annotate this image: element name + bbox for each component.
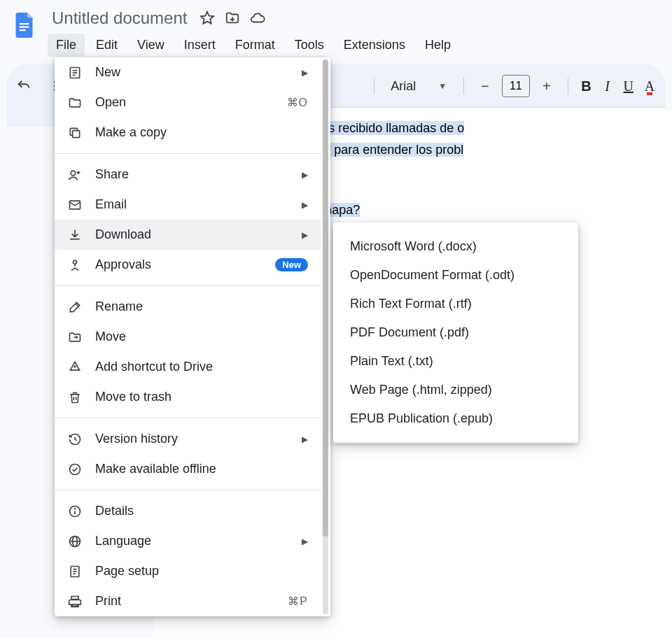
toolbar-divider	[568, 78, 568, 94]
font-size-increase[interactable]: +	[537, 76, 556, 96]
font-family-label: Arial	[391, 79, 416, 94]
email-icon	[67, 197, 83, 213]
menu-item-page-setup[interactable]: Page setup	[55, 556, 321, 586]
menu-item-offline[interactable]: Make available offline	[55, 454, 321, 484]
menu-item-download[interactable]: Download ▶	[55, 220, 321, 250]
font-size-input[interactable]	[502, 75, 530, 97]
page-setup-icon	[67, 564, 83, 579]
font-family-select[interactable]: Arial ▼	[385, 76, 452, 97]
italic-button[interactable]: I	[601, 74, 615, 98]
svg-point-24	[70, 464, 80, 474]
download-format-html[interactable]: Web Page (.html, zipped)	[333, 376, 578, 404]
menu-item-add-shortcut[interactable]: Add shortcut to Drive	[55, 352, 321, 382]
menu-file[interactable]: File	[48, 34, 85, 57]
info-icon	[67, 504, 83, 519]
print-icon	[67, 594, 83, 609]
svg-rect-1	[20, 27, 29, 28]
menu-item-new[interactable]: New ▶	[55, 57, 321, 87]
menu-item-make-copy[interactable]: Make a copy	[55, 118, 321, 148]
bold-button[interactable]: B	[579, 74, 593, 98]
menu-format[interactable]: Format	[227, 34, 284, 57]
chevron-right-icon: ▶	[302, 170, 308, 180]
download-format-txt[interactable]: Plain Text (.txt)	[333, 347, 578, 376]
download-format-epub[interactable]: EPUB Publication (.epub)	[333, 404, 578, 433]
drive-shortcut-icon	[67, 360, 83, 375]
menubar: File Edit View Insert Format Tools Exten…	[48, 34, 661, 57]
new-doc-icon	[67, 65, 83, 80]
trash-icon	[67, 390, 83, 405]
menu-item-approvals[interactable]: Approvals New	[55, 250, 321, 280]
download-format-docx[interactable]: Microsoft Word (.docx)	[333, 232, 578, 261]
move-folder-icon[interactable]	[225, 10, 240, 26]
download-format-odt[interactable]: OpenDocument Format (.odt)	[333, 261, 578, 290]
svg-point-18	[74, 260, 77, 264]
font-size-decrease[interactable]: −	[475, 76, 495, 96]
chevron-down-icon: ▼	[438, 81, 447, 91]
toolbar-divider	[374, 78, 374, 94]
menu-item-open[interactable]: Open ⌘O	[55, 87, 321, 118]
download-format-rtf[interactable]: Rich Text Format (.rtf)	[333, 290, 578, 318]
star-icon[interactable]	[200, 10, 215, 26]
underline-button[interactable]: U	[622, 74, 636, 98]
menu-extensions[interactable]: Extensions	[335, 34, 414, 57]
offline-icon	[67, 462, 83, 477]
svg-point-27	[75, 508, 76, 509]
svg-rect-0	[20, 23, 29, 24]
download-format-pdf[interactable]: PDF Document (.pdf)	[333, 318, 578, 347]
menu-item-language[interactable]: Language ▶	[55, 526, 321, 556]
menu-help[interactable]: Help	[416, 34, 459, 57]
menu-scrollbar[interactable]	[321, 57, 330, 616]
menu-tools[interactable]: Tools	[286, 34, 332, 57]
menu-insert[interactable]: Insert	[176, 34, 224, 57]
menu-item-rename[interactable]: Rename	[55, 292, 321, 322]
file-menu-popup: New ▶ Open ⌘O Make a copy Share ▶ Email …	[55, 57, 330, 616]
history-icon	[67, 432, 83, 447]
chevron-right-icon: ▶	[302, 537, 308, 546]
svg-point-14	[71, 171, 76, 176]
undo-button[interactable]	[15, 72, 32, 100]
menu-item-print[interactable]: Print ⌘P	[55, 586, 321, 616]
toolbar-divider	[463, 78, 464, 94]
menu-edit[interactable]: Edit	[88, 34, 126, 57]
download-submenu: Microsoft Word (.docx) OpenDocument Form…	[333, 222, 578, 443]
folder-icon	[67, 95, 83, 111]
svg-rect-13	[73, 130, 80, 137]
chevron-right-icon: ▶	[302, 200, 308, 210]
move-icon	[67, 329, 83, 345]
menu-item-email[interactable]: Email ▶	[55, 190, 321, 220]
globe-icon	[67, 534, 83, 549]
share-icon	[67, 167, 83, 183]
new-badge: New	[275, 258, 308, 271]
menu-item-details[interactable]: Details	[55, 496, 321, 526]
chevron-right-icon: ▶	[302, 434, 308, 444]
menu-item-move[interactable]: Move	[55, 322, 321, 352]
chevron-right-icon: ▶	[302, 230, 308, 240]
document-title[interactable]: Untitled document	[48, 7, 191, 29]
approvals-icon	[67, 257, 83, 273]
menu-view[interactable]: View	[129, 34, 173, 57]
menu-item-share[interactable]: Share ▶	[55, 160, 321, 190]
menu-item-version-history[interactable]: Version history ▶	[55, 424, 321, 454]
chevron-right-icon: ▶	[302, 68, 308, 78]
svg-rect-2	[20, 29, 26, 31]
rename-icon	[67, 299, 83, 315]
docs-logo[interactable]	[11, 11, 39, 39]
copy-icon	[67, 125, 83, 141]
menu-item-trash[interactable]: Move to trash	[55, 382, 321, 412]
cloud-status-icon[interactable]	[250, 10, 265, 26]
text-color-button[interactable]: A	[643, 74, 657, 98]
download-icon	[67, 227, 83, 243]
